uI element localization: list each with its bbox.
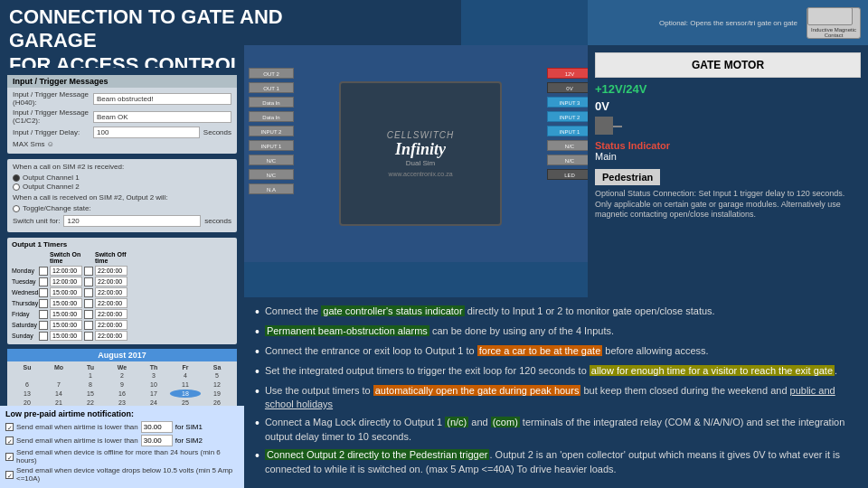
sched-check-sun1[interactable] <box>39 332 48 341</box>
bullet-4: • Set the integrated output timers to tr… <box>255 364 857 380</box>
airtime-label-1: Send email when airtime is lower than <box>16 423 138 431</box>
output2-radio[interactable]: Output Channel 2 <box>13 183 231 191</box>
sched-time-sat2[interactable]: 22:00:00 <box>95 320 127 330</box>
sched-check-sat2[interactable] <box>84 321 93 330</box>
sched-check-fri2[interactable] <box>84 310 93 319</box>
trigger-messages-title: Input / Trigger Messages <box>7 75 237 88</box>
sched-time-thu1[interactable]: 15:00:00 <box>50 298 82 308</box>
device-website: www.accentronix.co.za <box>388 171 452 177</box>
bullet-1: • Connect the gate controller's status i… <box>255 305 857 320</box>
sched-time-tue2[interactable]: 22:00:00 <box>95 277 127 286</box>
sched-check-wed2[interactable] <box>84 288 93 297</box>
highlight-output2: Connect Output 2 directly to the Pedestr… <box>265 449 490 460</box>
gate-motor-label: GATE MOTOR <box>595 52 861 78</box>
airtime-label-2: Send email when airtime is lower than <box>16 436 138 445</box>
airtime-check-1[interactable] <box>5 423 14 431</box>
output1-label: Output Channel 1 <box>23 174 80 182</box>
airtime-check-2[interactable] <box>5 436 14 445</box>
connector-symbol <box>595 117 613 135</box>
sched-row-friday: Friday 15:00:00 22:00:00 <box>12 309 232 319</box>
sched-check-thu1[interactable] <box>39 299 48 308</box>
highlight-status-indicator: gate controller's status indicator <box>321 305 464 316</box>
voltage-pos: +12V/24V <box>595 82 861 96</box>
airtime-voltage-check[interactable] <box>5 471 14 479</box>
sensor-label: Optional: Opens the sensor/tri gate on g… <box>659 19 797 27</box>
output1-radio[interactable]: Output Channel 1 <box>13 174 231 182</box>
bullet-6: • Connect a Mag Lock directly to Output … <box>255 416 857 444</box>
device-sub: Dual Sim <box>406 159 435 167</box>
sched-time-sun1[interactable]: 15:00:00 <box>50 331 82 341</box>
switch-unit: seconds <box>204 217 231 225</box>
airtime-row-2: Send email when airtime is lower than fo… <box>5 435 239 446</box>
optional-text: Optional Status Connection: Set Input 1 … <box>595 189 861 221</box>
device-box: CELLSWITCH Infinity Dual Sim www.accentr… <box>339 81 502 226</box>
bullet-2: • Permanent beam-obstruction alarms can … <box>255 324 857 340</box>
sched-time-wed1[interactable]: 15:00:00 <box>50 287 82 297</box>
right-info-panel: GATE MOTOR +12V/24V 0V Status Indicator … <box>588 45 868 307</box>
trigger-delay-row: Input / Trigger Delay: 100 Seconds <box>13 127 231 138</box>
input-h040-row: Input / Trigger Message (H040): Beam obs… <box>13 90 231 107</box>
sched-time-tue1[interactable]: 12:00:00 <box>50 277 82 286</box>
sched-check-tue1[interactable] <box>39 277 48 286</box>
schedule-title: Output 1 Timers <box>12 240 232 249</box>
toggle-radio[interactable]: Toggle/Change state: <box>13 204 231 212</box>
highlight-beam: Permanent beam-obstruction alarms <box>265 325 429 336</box>
max-sms-label: MAX Sms ☺ <box>13 140 90 148</box>
airtime-input-1[interactable] <box>141 421 173 433</box>
sched-row-sunday: Sunday 15:00:00 22:00:00 <box>12 331 232 341</box>
bullet-3: • Connect the entrance or exit loop to O… <box>255 344 857 360</box>
highlight-allow-time: allow for enough time for a visitor to r… <box>590 365 835 376</box>
airtime-offline-text: Send email when device is offline for mo… <box>16 448 239 465</box>
output2-label: Output Channel 2 <box>23 183 80 191</box>
sched-time-fri1[interactable]: 15:00:00 <box>50 309 82 319</box>
highlight-com: (com) <box>491 417 520 427</box>
highlight-force: force a car to be at the gate <box>477 345 603 356</box>
device-brand: CELLSWITCH <box>387 130 454 140</box>
output1-radio-indicator <box>13 174 20 182</box>
highlight-auto-open: automatically open the gate during peak … <box>373 385 581 396</box>
sched-time-sat1[interactable]: 15:00:00 <box>50 320 82 330</box>
airtime-offline-check[interactable] <box>5 453 14 461</box>
sched-check-wed1[interactable] <box>39 288 48 297</box>
sched-time-sun2[interactable]: 22:00:00 <box>95 331 127 341</box>
sched-time-mon1[interactable]: 12:00:00 <box>50 266 82 276</box>
output2-text: When a call is received on SIM #2, Outpu… <box>13 193 231 202</box>
sched-row-saturday: Saturday 15:00:00 22:00:00 <box>12 320 232 330</box>
left-connectors: OUT 2 OUT 1 Data In Data In INPUT 2 INPU… <box>244 63 298 244</box>
sensor-area: Optional: Opens the sensor/tri gate on g… <box>588 0 868 45</box>
call-text: When a call on SIM #2 is received: <box>13 163 231 171</box>
switch-row: Switch unit for: 120 seconds <box>13 215 231 227</box>
sched-check-fri1[interactable] <box>39 310 48 319</box>
airtime-sim-1: for SIM1 <box>175 423 203 431</box>
voltage-neg: 0V <box>595 99 861 113</box>
main-container: CONNECTION TO GATE AND GARAGE FOR ACCESS… <box>0 0 868 488</box>
output-radio-group: Output Channel 1 Output Channel 2 <box>13 174 231 191</box>
trigger-delay-value[interactable]: 100 <box>93 127 200 138</box>
trigger-messages-panel: Input / Trigger Messages Input / Trigger… <box>7 75 237 154</box>
sched-check-sat1[interactable] <box>39 321 48 330</box>
airtime-input-2[interactable] <box>141 435 173 446</box>
sensor-image: Inductive Magnetic Contact <box>807 7 861 39</box>
sched-time-thu2[interactable]: 22:00:00 <box>95 298 127 308</box>
call-sim-panel: When a call on SIM #2 is received: Outpu… <box>7 159 237 232</box>
sched-check-thu2[interactable] <box>84 299 93 308</box>
sched-time-wed2[interactable]: 22:00:00 <box>95 287 127 297</box>
input-c1-value[interactable]: Beam OK <box>93 111 231 123</box>
input-h040-value[interactable]: Beam obstructed! <box>93 93 231 105</box>
sched-check-tue2[interactable] <box>84 277 93 286</box>
switch-value[interactable]: 120 <box>63 215 201 227</box>
sched-check-sun2[interactable] <box>84 332 93 341</box>
sched-check-mon2[interactable] <box>84 267 93 276</box>
airtime-panel: Low pre-paid airtime notification: Send … <box>0 406 244 488</box>
sched-check-mon1[interactable] <box>39 267 48 276</box>
airtime-title: Low pre-paid airtime notification: <box>5 409 239 418</box>
sensor-type-label: Inductive Magnetic Contact <box>807 27 860 38</box>
sched-time-fri2[interactable]: 22:00:00 <box>95 309 127 319</box>
airtime-voltage-row: Send email when device voltage drops bel… <box>5 466 239 483</box>
sched-row-wednesday: Wednesday 15:00:00 22:00:00 <box>12 287 232 297</box>
status-main: Main <box>595 151 861 162</box>
input-c1-row: Input / Trigger Message (C1/C2): Beam OK <box>13 108 231 125</box>
switch-label: Switch unit for: <box>13 217 60 225</box>
sched-time-mon2[interactable]: 22:00:00 <box>95 266 127 276</box>
sched-row-tuesday: Tuesday 12:00:00 22:00:00 <box>12 277 232 286</box>
